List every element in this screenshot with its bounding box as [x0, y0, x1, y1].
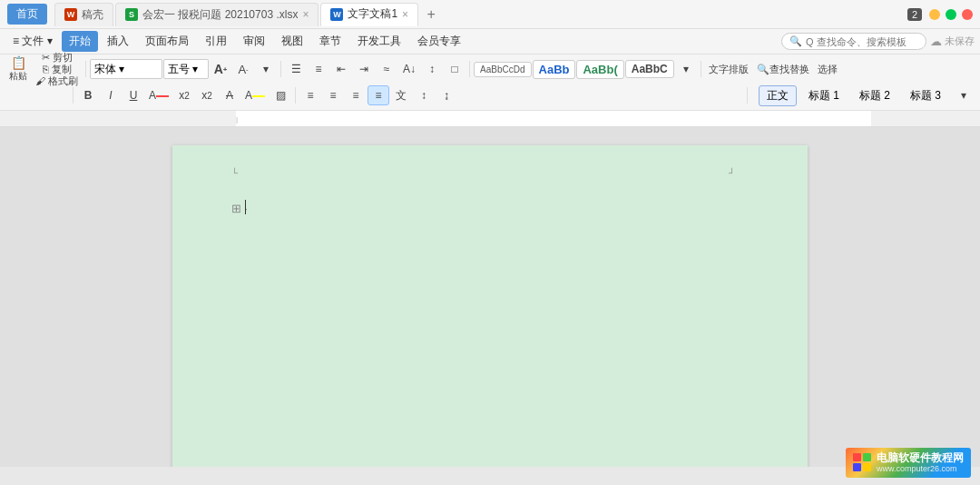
command-search-box[interactable]: 🔍 [781, 33, 926, 50]
indent-increase-button[interactable]: ⇥ [353, 59, 375, 79]
title-bar: 首页 W 稿壳 S 会宏一 报税问题 20210703 .xlsx × W 文字… [0, 0, 980, 29]
menu-ref[interactable]: 引用 [198, 31, 234, 52]
line-spacing2-button[interactable]: ↕ [413, 85, 435, 105]
tab-close-xlsx[interactable]: × [302, 9, 309, 20]
style-preview-normal[interactable]: AaBbCcDd [474, 62, 531, 77]
highlight-button[interactable]: A [241, 85, 269, 105]
watermark-text: 电脑软硬件教程网 www.computer26.com [877, 451, 964, 467]
cut-button[interactable]: ✂ 剪切 [32, 52, 82, 63]
menu-right: 🔍 ☁ 未保存 [781, 33, 975, 50]
styles-more-button[interactable]: ▾ [675, 59, 697, 79]
strikethrough-button[interactable]: A [219, 85, 240, 105]
command-search-input[interactable] [806, 36, 924, 47]
badge: 2 [907, 8, 922, 21]
tab-xlsx[interactable]: S 会宏一 报税问题 20210703 .xlsx × [115, 3, 318, 26]
logo-green [863, 453, 871, 461]
toolbar-row1: 📋 粘贴 ✂ 剪切 ⎘ 复制 🖌 格式刷 宋体 ▾ 五号 ▾ A+ A- ▾ ☰… [5, 56, 975, 82]
menu-vip[interactable]: 会员专享 [410, 31, 468, 52]
sep3 [469, 61, 470, 77]
italic-button[interactable]: I [100, 85, 122, 105]
menu-file[interactable]: ≡ 文件 ▾ [5, 31, 60, 52]
indent-decrease-button[interactable]: ⇤ [330, 59, 352, 79]
menu-bar: ≡ 文件 ▾ 开始 插入 页面布局 引用 审阅 视图 章节 开发工具 会员专享 … [0, 29, 980, 54]
font-size-selector[interactable]: 五号 ▾ [163, 59, 209, 79]
text-cursor [245, 200, 246, 214]
align-left-button[interactable]: ≡ [299, 85, 321, 105]
tab-icon-w: W [330, 8, 343, 21]
tab-doc[interactable]: W 文字文稿1 × [320, 3, 418, 26]
minimize-button[interactable] [929, 9, 940, 20]
style-preview-h1[interactable]: AaBb [533, 60, 576, 79]
menu-start[interactable]: 开始 [62, 31, 98, 52]
ruler: | [0, 111, 980, 127]
copy-button[interactable]: ⎘ 复制 [32, 64, 82, 74]
bold-button[interactable]: B [77, 85, 99, 105]
font-size-value: 五号 [168, 62, 190, 77]
page-marker-tr: ┘ [729, 168, 735, 178]
sort-button[interactable]: A↓ [398, 59, 420, 79]
align-chinese-button[interactable]: ≈ [376, 59, 397, 79]
chinese-align-button[interactable]: 文 [390, 85, 412, 105]
menu-insert[interactable]: 插入 [100, 31, 136, 52]
font-size-arrow: ▾ [192, 63, 198, 75]
shade-button[interactable]: ▨ [270, 85, 291, 105]
justify-button[interactable]: ≡ [368, 85, 389, 105]
new-tab-button[interactable]: + [420, 4, 442, 25]
style-heading3[interactable]: 标题 3 [902, 85, 949, 106]
save-status-label: 未保存 [945, 35, 975, 48]
ruler-inner: | [236, 111, 871, 126]
style-heading1[interactable]: 标题 1 [800, 85, 848, 106]
num-list-button[interactable]: ≡ [308, 59, 329, 79]
style-preview-h3[interactable]: AaBbC [625, 60, 674, 78]
font-name-selector[interactable]: 宋体 ▾ [90, 59, 162, 79]
cloud-save-status: ☁ 未保存 [930, 35, 975, 48]
menu-layout[interactable]: 页面布局 [138, 31, 196, 52]
tab-label-xlsx: 会宏一 报税问题 20210703 .xlsx [142, 7, 298, 23]
close-button[interactable] [962, 9, 973, 20]
align-center-button[interactable]: ≡ [322, 85, 344, 105]
subscript-button[interactable]: x2 [196, 85, 218, 105]
font-clear-button[interactable]: ▾ [255, 59, 277, 79]
select-button[interactable]: 选择 [814, 59, 841, 79]
underline-button[interactable]: U [122, 85, 144, 105]
tab-close-doc[interactable]: × [402, 9, 408, 20]
title-bar-left: 首页 [7, 4, 47, 25]
tab-gake[interactable]: W 稿壳 [54, 3, 113, 26]
text-direction-button[interactable]: 文字排版 [705, 59, 752, 79]
tab-label-doc: 文字文稿1 [348, 6, 397, 22]
style-heading2[interactable]: 标题 2 [851, 85, 898, 106]
styles-expand-button[interactable]: ▾ [953, 85, 975, 105]
font-grow-button[interactable]: A+ [210, 59, 231, 79]
font-name-arrow: ▾ [119, 63, 124, 75]
bullet-list-button[interactable]: ☰ [285, 59, 307, 79]
font-name-value: 宋体 [94, 62, 116, 77]
line-spacing-button[interactable]: ↕ [421, 59, 443, 79]
style-preview-h2[interactable]: AaBb( [576, 60, 623, 79]
format-painter-button[interactable]: 🖌 格式刷 [32, 75, 82, 86]
style-normal[interactable]: 正文 [759, 85, 797, 106]
document-page[interactable]: └ ┘ ⊞ · [172, 145, 808, 467]
find-replace-button[interactable]: 🔍 查找替换 [753, 59, 813, 79]
document-area[interactable]: └ ┘ ⊞ · [0, 127, 980, 467]
font-shrink-button[interactable]: A- [232, 59, 254, 79]
clipboard-section: 📋 粘贴 ✂ 剪切 ⎘ 复制 🖌 格式刷 [5, 52, 82, 86]
sep1 [85, 61, 86, 77]
paste-button[interactable]: 📋 粘贴 [5, 57, 31, 81]
toolbar: 📋 粘贴 ✂ 剪切 ⎘ 复制 🖌 格式刷 宋体 ▾ 五号 ▾ A+ A- ▾ ☰… [0, 54, 980, 111]
cloud-icon: ☁ [930, 35, 942, 48]
menu-dev[interactable]: 开发工具 [350, 31, 408, 52]
menu-section[interactable]: 章节 [312, 31, 348, 52]
font-color-button[interactable]: A [145, 85, 172, 105]
superscript-button[interactable]: x2 [173, 85, 195, 105]
menu-review[interactable]: 审阅 [236, 31, 272, 52]
borders-button[interactable]: □ [444, 59, 466, 79]
maximize-button[interactable] [946, 9, 956, 20]
align-right-button[interactable]: ≡ [345, 85, 367, 105]
menu-view[interactable]: 视图 [274, 31, 310, 52]
watermark-url: www.computer26.com [877, 464, 964, 467]
watermark-logo [853, 453, 871, 467]
tabs-area: W 稿壳 S 会宏一 报税问题 20210703 .xlsx × W 文字文稿1… [54, 0, 907, 29]
home-button[interactable]: 首页 [7, 4, 47, 25]
para-spacing-button[interactable]: ↨ [436, 85, 457, 105]
watermark-brand: 电脑软硬件教程网 [877, 451, 964, 464]
